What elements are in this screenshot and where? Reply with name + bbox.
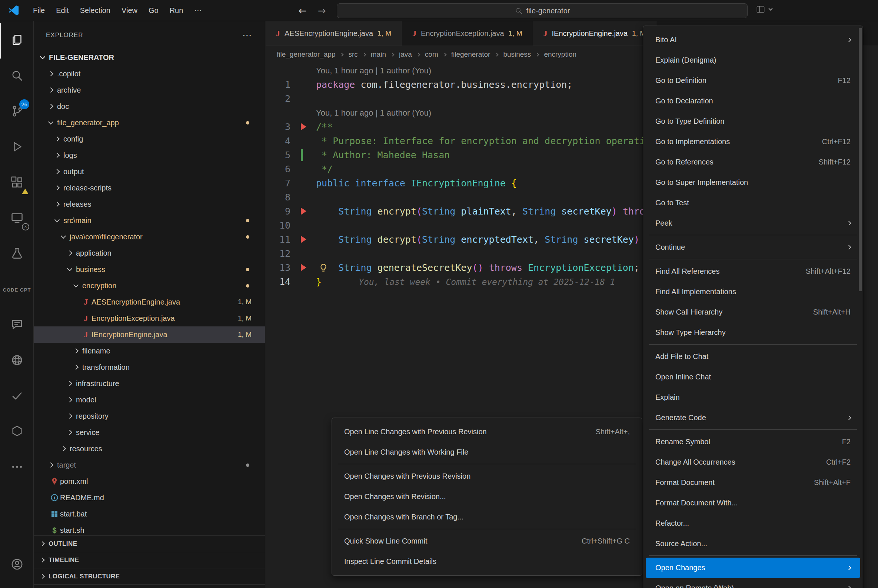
tab-encryptionexception-java[interactable]: JEncryptionException.java1, M [402, 21, 533, 46]
tree-item-copilot[interactable]: .copilot [34, 66, 265, 82]
line-number[interactable]: 13 [266, 261, 291, 275]
menu-item-show-call-hierarchy[interactable]: Show Call HierarchyShift+Alt+H [646, 302, 860, 322]
menu-item-show-type-hierarchy[interactable]: Show Type Hierarchy [646, 322, 860, 343]
menu-item-source-action[interactable]: Source Action... [646, 534, 860, 554]
tree-item-iencryptionengine-java[interactable]: JIEncryptionEngine.java1, M [34, 326, 265, 343]
more-actions-icon[interactable]: ⋯ [242, 30, 265, 41]
tree-item-filename[interactable]: filename [34, 343, 265, 359]
tree-item-application[interactable]: application [34, 245, 265, 261]
menu-item-quick-show-line-commit[interactable]: Quick Show Line CommitCtrl+Shift+G C [334, 531, 640, 551]
menubar-item-run[interactable]: Run [164, 3, 189, 18]
breadcrumb-item-filegenerator[interactable]: filegenerator [451, 50, 490, 58]
layout-control[interactable] [755, 4, 772, 14]
breadcrumb-item-com[interactable]: com [425, 50, 438, 58]
tree-item-aesencryptionengine-java[interactable]: JAESEncryptionEngine.java1, M [34, 294, 265, 310]
line-number[interactable]: 8 [266, 190, 291, 204]
tree-item-start-bat[interactable]: start.bat [34, 506, 265, 522]
menu-item-go-to-references[interactable]: Go to ReferencesShift+F12 [646, 152, 860, 172]
line-number[interactable]: 10 [266, 219, 291, 232]
menubar-item-file[interactable]: File [27, 3, 50, 18]
tree-item-target[interactable]: target [34, 457, 265, 473]
code-line[interactable]: } [316, 275, 322, 289]
menu-item-format-document[interactable]: Format DocumentShift+Alt+F [646, 472, 860, 493]
activity-account[interactable] [0, 547, 34, 583]
menu-item-open-changes-with-previous-revision[interactable]: Open Changes with Previous Revision [334, 466, 640, 486]
menu-item-change-all-occurrences[interactable]: Change All OccurrencesCtrl+F2 [646, 452, 860, 472]
line-number[interactable]: 2 [266, 92, 291, 106]
tree-item-file-generator-app[interactable]: file_generator_app [34, 114, 265, 131]
section-outline[interactable]: OUTLINE [34, 536, 265, 552]
tree-item-src-main[interactable]: src\main [34, 212, 265, 229]
breadcrumb-item-business[interactable]: business [503, 50, 531, 58]
tree-item-releases[interactable]: releases [34, 196, 265, 212]
code-line[interactable]: public interface IEncryptionEngine { [316, 176, 517, 190]
tree-item-business[interactable]: business [34, 261, 265, 278]
tree-item-encryption[interactable]: encryption [34, 278, 265, 294]
code-line[interactable]: package com.filegenerator.business.encry… [316, 78, 572, 92]
activity-remote-explorer[interactable]: × [0, 201, 34, 236]
menu-item-go-to-test[interactable]: Go to Test [646, 193, 860, 213]
activity-chat[interactable] [0, 308, 34, 343]
activity-source-control[interactable]: 26 [0, 94, 34, 130]
breadcrumb-item-src[interactable]: src [348, 50, 358, 58]
tab-aesencryptionengine-java[interactable]: JAESEncryptionEngine.java1, M [266, 21, 402, 46]
activity-todo-check[interactable] [0, 379, 34, 414]
line-number[interactable]: 9 [266, 204, 291, 219]
tree-item-archive[interactable]: archive [34, 82, 265, 98]
line-number[interactable]: 14 [266, 275, 291, 289]
breadcrumb-item-main[interactable]: main [371, 50, 386, 58]
menu-item-explain-denigma[interactable]: Explain (Denigma) [646, 50, 860, 70]
activity-run-debug[interactable] [0, 130, 34, 165]
menubar-item-selection[interactable]: Selection [75, 3, 116, 18]
tree-item-transformation[interactable]: transformation [34, 359, 265, 375]
section-timeline[interactable]: TIMELINE [34, 552, 265, 568]
menu-item-go-to-type-definition[interactable]: Go to Type Definition [646, 111, 860, 132]
menu-item-open-line-changes-with-previous-revision[interactable]: Open Line Changes with Previous Revision… [334, 422, 640, 442]
menu-item-bito-ai[interactable]: Bito AI [646, 30, 860, 50]
menubar-item-go[interactable]: Go [143, 3, 164, 18]
activity-extensions[interactable] [0, 165, 34, 201]
section-java-projects[interactable]: JAVA PROJECTS [34, 584, 265, 588]
breadcrumb-item-java[interactable]: java [399, 50, 412, 58]
menu-item-rename-symbol[interactable]: Rename SymbolF2 [646, 432, 860, 452]
menu-item-go-to-super-implementation[interactable]: Go to Super Implementation [646, 172, 860, 193]
menu-item-open-line-changes-with-working-file[interactable]: Open Line Changes with Working File [334, 442, 640, 462]
line-number[interactable]: 6 [266, 162, 291, 176]
menu-item-go-to-declaration[interactable]: Go to Declaration [646, 91, 860, 111]
menu-item-continue[interactable]: Continue [646, 237, 860, 258]
breadcrumb-item-encryption[interactable]: encryption [544, 50, 577, 58]
breadcrumb-item-file-generator-app[interactable]: file_generator_app [277, 50, 335, 58]
line-number[interactable]: 7 [266, 176, 291, 190]
menu-item-open-changes-with-revision[interactable]: Open Changes with Revision... [334, 486, 640, 507]
menu-item-open-changes-with-branch-or-tag[interactable]: Open Changes with Branch or Tag... [334, 507, 640, 527]
tree-item-doc[interactable]: doc [34, 98, 265, 114]
code-line[interactable]: */ [316, 162, 333, 176]
menubar-more[interactable]: ⋯ [189, 3, 207, 18]
line-number[interactable]: 1 [266, 78, 291, 92]
activity-search[interactable] [0, 58, 34, 94]
command-center-search[interactable]: file-generator [337, 3, 748, 18]
menubar-item-view[interactable]: View [116, 3, 143, 18]
line-number[interactable]: 4 [266, 134, 291, 148]
tree-item-java-com-filegenerator[interactable]: java\com\filegenerator [34, 229, 265, 245]
menu-item-refactor[interactable]: Refactor... [646, 513, 860, 534]
activity-shield[interactable] [0, 414, 34, 450]
code-line[interactable]: /** [316, 120, 333, 134]
menu-item-add-file-to-chat[interactable]: Add File to Chat [646, 346, 860, 367]
tree-item-config[interactable]: config [34, 131, 265, 147]
menu-item-open-inline-chat[interactable]: Open Inline Chat [646, 367, 860, 387]
menu-item-go-to-definition[interactable]: Go to DefinitionF12 [646, 70, 860, 91]
menu-item-find-all-references[interactable]: Find All ReferencesShift+Alt+F12 [646, 261, 860, 282]
back-icon[interactable]: ← [295, 3, 310, 18]
tree-item-repository[interactable]: repository [34, 408, 265, 424]
tab-iencryptionengine-java[interactable]: JIEncryptionEngine.java1, M [533, 21, 657, 46]
activity-testing[interactable] [0, 236, 34, 272]
menu-item-inspect-line-commit-details[interactable]: Inspect Line Commit Details [334, 551, 640, 572]
code-line[interactable]: * Purpose: Interface for encryption and … [316, 134, 667, 148]
menu-item-explain[interactable]: Explain [646, 387, 860, 408]
line-number[interactable]: 5 [266, 148, 291, 162]
tree-item-logs[interactable]: logs [34, 147, 265, 164]
forward-icon[interactable]: → [314, 3, 330, 18]
activity-codegpt[interactable]: CODE GPT [0, 272, 34, 308]
activity-sphere[interactable] [0, 343, 34, 379]
